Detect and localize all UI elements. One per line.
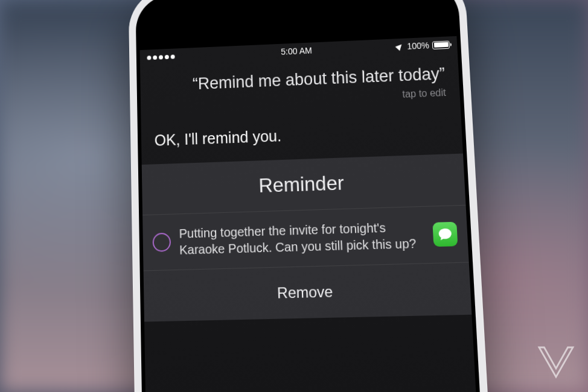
reminder-card-title: Reminder	[142, 154, 466, 216]
phone-body: 5:00 AM 100% Remind me about this later …	[128, 0, 496, 392]
battery-icon	[432, 40, 450, 49]
reminder-item[interactable]: Putting together the invite for tonight'…	[142, 206, 469, 271]
reminder-item-text: Putting together the invite for tonight'…	[179, 218, 425, 258]
verge-logo-icon	[535, 339, 577, 381]
signal-strength-icon	[147, 54, 174, 60]
messages-app-icon[interactable]	[432, 222, 458, 247]
status-right: 100%	[397, 39, 450, 51]
reminder-checkbox[interactable]	[153, 233, 171, 252]
phone-frame: 5:00 AM 100% Remind me about this later …	[128, 0, 487, 391]
battery-percent: 100%	[407, 40, 429, 51]
reminder-card: Reminder Putting together the invite for…	[142, 154, 472, 322]
status-time: 5:00 AM	[281, 46, 312, 57]
remove-button[interactable]: Remove	[144, 263, 472, 322]
phone-screen: 5:00 AM 100% Remind me about this later …	[140, 36, 481, 392]
phone-bezel: 5:00 AM 100% Remind me about this later …	[135, 0, 488, 392]
status-left	[147, 54, 174, 60]
location-icon	[395, 42, 404, 51]
